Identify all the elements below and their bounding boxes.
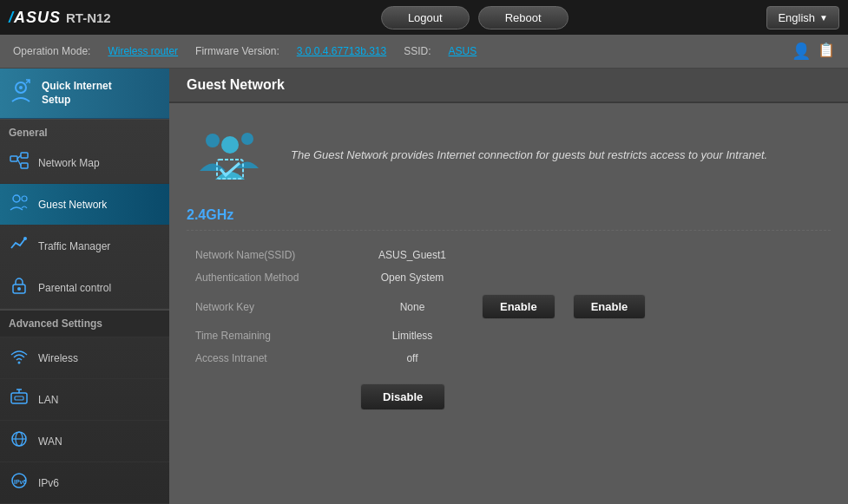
quick-setup-label: Quick Internet Setup [42,80,112,107]
svg-text:IPv6: IPv6 [14,479,27,485]
lan-icon [9,388,30,411]
content-body: The Guest Network provides Internet conn… [169,103,848,433]
guest-icon-area [187,121,273,190]
guest-intro-text: The Guest Network provides Internet conn… [291,147,831,164]
top-bar-buttons: Logout Reboot [182,6,766,29]
ssid-field-value: ASUS_Guest1 [360,249,464,261]
svg-line-6 [17,159,21,166]
svg-rect-14 [15,396,23,400]
copy-icon[interactable]: 📋 [818,42,835,61]
asus-logo: /ASUS [9,9,61,27]
settings-table: Network Name(SSID) ASUS_Guest1 Authentic… [187,244,831,416]
divider [187,230,831,231]
logo-area: /ASUS RT-N12 [9,9,182,27]
user-icon[interactable]: 👤 [792,42,811,61]
top-bar: /ASUS RT-N12 Logout Reboot English ▼ [0,0,848,35]
guest-network-label: Guest Network [38,199,107,211]
sidebar-item-quick-setup[interactable]: Quick Internet Setup [0,69,169,119]
guest-intro: The Guest Network provides Internet conn… [187,121,831,190]
enable-button-1[interactable]: Enable [482,294,555,319]
ssid-label: SSID: [404,45,431,57]
settings-row-disable: Disable [187,370,831,416]
chevron-down-icon: ▼ [819,13,828,23]
key-field-label: Network Key [187,301,360,313]
sidebar-item-guest-network[interactable]: Guest Network [0,184,169,226]
sidebar-item-parental-control[interactable]: Parental control [0,267,169,309]
svg-point-11 [17,287,21,291]
general-section-label: General [0,119,169,142]
traffic-manager-label: Traffic Manager [38,240,110,252]
wireless-icon [9,346,30,370]
model-name: RT-N12 [66,10,111,25]
wan-label: WAN [38,435,62,448]
svg-point-1 [19,86,23,89]
svg-point-7 [13,195,20,202]
disable-button[interactable]: Disable [360,383,445,410]
network-map-icon [9,151,30,174]
svg-rect-2 [10,156,17,161]
parental-control-icon [9,276,30,299]
sidebar: Quick Internet Setup General Network Map [0,69,169,504]
operation-mode-label: Operation Mode: [13,45,90,57]
auth-field-label: Authentication Method [187,272,360,284]
advanced-settings-label: Advanced Settings [0,309,169,337]
svg-point-22 [206,134,220,147]
traffic-manager-icon [9,234,30,258]
reboot-button[interactable]: Reboot [478,6,569,29]
svg-point-9 [23,237,27,240]
settings-row-key: Network Key None Enable Enable [187,289,831,324]
guest-network-illustration [191,123,269,188]
parental-control-label: Parental control [38,282,111,294]
intranet-field-value: off [360,352,464,364]
content-header: Guest Network [169,69,848,103]
ssid-field-label: Network Name(SSID) [187,249,360,261]
ssid-value[interactable]: ASUS [449,45,477,57]
wireless-label: Wireless [38,352,78,364]
svg-point-12 [18,362,21,364]
svg-rect-4 [21,163,28,168]
svg-point-24 [221,136,239,154]
settings-row-intranet: Access Intranet off [187,347,831,370]
sidebar-item-lan[interactable]: LAN [0,379,169,421]
svg-point-23 [241,133,253,145]
language-label: English [778,11,815,24]
network-map-label: Network Map [38,157,100,169]
sidebar-item-traffic-manager[interactable]: Traffic Manager [0,226,169,267]
time-field-label: Time Remaining [187,330,360,342]
status-bar: Operation Mode: Wireless router Firmware… [0,35,848,69]
operation-mode-value[interactable]: Wireless router [108,45,178,57]
lan-label: LAN [38,394,58,406]
sidebar-item-wireless[interactable]: Wireless [0,337,169,379]
svg-rect-3 [21,153,28,158]
ipv6-label: IPv6 [38,477,59,489]
firmware-label: Firmware Version: [195,45,279,57]
quick-setup-icon [9,79,33,108]
status-icons: 👤 📋 [792,42,835,61]
settings-row-time: Time Remaining Limitless [187,324,831,347]
enable-button-2[interactable]: Enable [573,294,647,319]
settings-row-auth: Authentication Method Open System [187,266,831,289]
svg-point-8 [22,196,27,201]
auth-field-value: Open System [360,272,464,284]
guest-network-icon [9,193,30,216]
sidebar-item-ipv6[interactable]: IPv6 IPv6 [0,462,169,504]
page-title: Guest Network [187,77,831,93]
sidebar-item-wan[interactable]: WAN [0,421,169,462]
language-selector[interactable]: English ▼ [766,6,839,29]
wan-icon [9,429,30,453]
content-area: Guest Network [169,69,848,504]
settings-row-ssid: Network Name(SSID) ASUS_Guest1 [187,244,831,266]
time-field-value: Limitless [360,330,464,342]
logout-button[interactable]: Logout [381,6,470,29]
key-field-value: None [360,301,464,313]
ipv6-icon: IPv6 [9,471,30,494]
sidebar-item-network-map[interactable]: Network Map [0,142,169,184]
svg-rect-13 [11,393,27,403]
frequency-label: 2.4GHz [187,207,831,223]
main-layout: Quick Internet Setup General Network Map [0,69,848,504]
intranet-field-label: Access Intranet [187,352,360,364]
firmware-value[interactable]: 3.0.0.4.67713b.313 [297,45,386,57]
